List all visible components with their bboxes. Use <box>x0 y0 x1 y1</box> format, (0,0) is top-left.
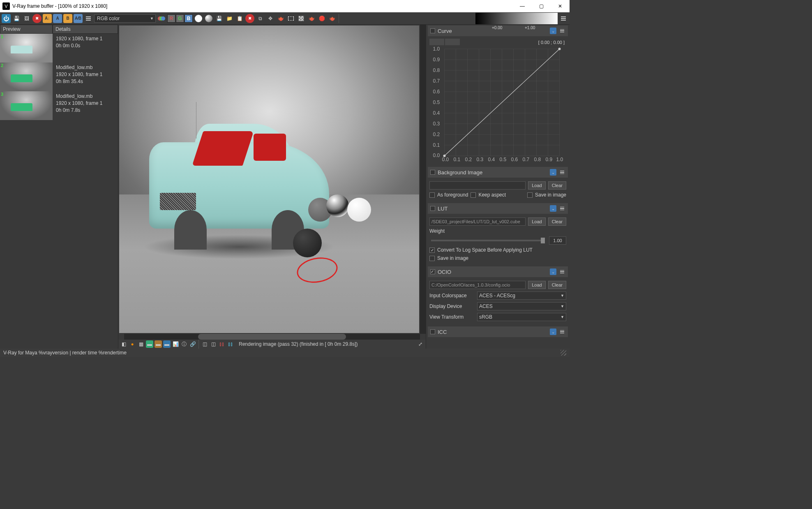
region-icon[interactable] <box>286 14 295 23</box>
bg-load-button[interactable]: Load <box>528 181 545 190</box>
swatch2-icon[interactable]: ▬ <box>155 340 162 348</box>
panel-menu-icon[interactable] <box>559 28 565 34</box>
lut-header[interactable]: LUT ⌄ <box>428 203 568 214</box>
green-channel-button[interactable]: G <box>176 14 184 23</box>
maximize-button[interactable]: ▢ <box>532 0 551 12</box>
clipboard-icon[interactable]: 📋 <box>235 14 244 23</box>
panel-menu-icon[interactable] <box>559 269 565 275</box>
move-icon[interactable]: ✥ <box>266 14 275 23</box>
chevron-down-icon[interactable]: ⌄ <box>550 205 556 212</box>
delete-icon[interactable]: ✖ <box>245 14 254 23</box>
viewport-vscroll[interactable] <box>420 25 426 334</box>
pick-icon[interactable]: ● <box>129 340 136 348</box>
lut-load-button[interactable]: Load <box>528 217 545 226</box>
histogram-display[interactable]: +0.00 +1.00 <box>475 13 558 24</box>
teapot-link-icon[interactable]: 🫖 <box>276 14 285 23</box>
lut-weight-value[interactable]: 1.00 <box>549 236 566 245</box>
blue-channel-button[interactable]: B <box>185 14 193 23</box>
ab-compare-button[interactable]: A⁄B <box>74 14 83 23</box>
a-store-button[interactable]: A↓ <box>43 14 52 23</box>
close-button[interactable]: ✕ <box>551 0 570 12</box>
swatch1-icon[interactable]: ▬ <box>146 340 153 348</box>
level-icon[interactable]: ◧ <box>120 340 127 348</box>
lut-weight-slider[interactable] <box>431 240 545 241</box>
link-icon[interactable]: 🔗 <box>189 340 196 348</box>
panel-menu-icon[interactable] <box>559 169 565 176</box>
region2-icon[interactable]: ◫ <box>210 340 217 348</box>
chevron-down-icon[interactable]: ⌄ <box>550 169 556 176</box>
teapot-icon[interactable]: 🫖 <box>328 14 337 23</box>
ocio-clear-button[interactable]: Clear <box>548 281 566 289</box>
lut-convert-checkbox[interactable] <box>429 248 435 253</box>
curve-editor[interactable]: 1.00.90.80.70.60.50.40.30.20.10.0 0.00.1… <box>430 47 565 162</box>
red-channel-button[interactable]: R <box>167 14 175 23</box>
ocio-input-colorspace-select[interactable]: ACES - ACEScg▼ <box>477 292 566 300</box>
lut-clear-button[interactable]: Clear <box>548 217 566 226</box>
open-folder-icon[interactable]: 📁 <box>225 14 234 23</box>
curve-enable-checkbox[interactable] <box>430 28 435 33</box>
mono-grey-icon[interactable] <box>204 14 213 23</box>
titlebar[interactable]: V V-Ray frame buffer - [100% of 1920 x 1… <box>0 0 570 12</box>
bg-keep-checkbox[interactable] <box>471 192 476 198</box>
curve-tab-2[interactable] <box>445 39 460 45</box>
power-button[interactable]: ⏻ <box>2 14 11 23</box>
icc-header[interactable]: ICC ⌄ <box>428 326 568 337</box>
clear-icon[interactable]: ✖ <box>32 14 42 23</box>
grid-icon[interactable]: ▦ <box>137 340 145 348</box>
preview-header[interactable]: Preview <box>0 25 53 34</box>
bg-asfg-checkbox[interactable] <box>429 192 435 198</box>
region1-icon[interactable]: ◫ <box>201 340 208 348</box>
checker-icon[interactable] <box>297 14 306 23</box>
history-item-1[interactable]: 1 1920 x 1080, frame 10h 0m 0.0s <box>0 34 118 62</box>
ocio-view-transform-select[interactable]: sRGB▼ <box>477 313 566 321</box>
venn-icon[interactable] <box>157 14 166 23</box>
history-item-3[interactable]: 3 Modified_low.mb1920 x 1080, frame 10h … <box>0 91 118 120</box>
channel-select[interactable]: RGB color▼ <box>94 14 156 23</box>
right-menu-icon[interactable] <box>559 14 568 23</box>
bg-save-checkbox[interactable] <box>527 192 533 198</box>
lut-enable-checkbox[interactable] <box>430 206 435 211</box>
bg-path-input[interactable] <box>429 181 526 190</box>
expand-icon[interactable]: ⤢ <box>417 340 424 348</box>
ocio-header[interactable]: OCIO ⌄ <box>428 266 568 277</box>
swatch3-icon[interactable]: ▬ <box>163 340 171 348</box>
a-button[interactable]: A <box>53 14 62 23</box>
lut-path-input[interactable]: /SDE03_projectFiles/LUT/1D_lut_v002.cube <box>429 217 526 226</box>
bg-header[interactable]: Background Image ⌄ <box>428 167 568 178</box>
mono-white-icon[interactable] <box>194 14 203 23</box>
chevron-down-icon[interactable]: ⌄ <box>550 329 556 335</box>
panel-menu-icon[interactable] <box>559 329 565 335</box>
hamburger-icon[interactable] <box>84 14 93 23</box>
histogram-icon[interactable]: 📊 <box>172 340 179 348</box>
teapot-add-icon[interactable]: 🫖 <box>307 14 316 23</box>
panel-menu-icon[interactable] <box>559 206 565 212</box>
ocio-enable-checkbox[interactable] <box>430 269 435 274</box>
viewport-hscroll[interactable] <box>124 334 420 340</box>
resize-grip-icon[interactable] <box>561 350 566 356</box>
ocio-load-button[interactable]: Load <box>528 281 545 289</box>
lut-save-checkbox[interactable] <box>429 256 435 261</box>
info-icon[interactable]: ⓘ <box>180 340 188 348</box>
svg-text:0.6: 0.6 <box>511 157 518 162</box>
render-viewport[interactable] <box>119 25 419 333</box>
details-header[interactable]: Details <box>53 25 118 34</box>
icc-enable-checkbox[interactable] <box>430 329 435 334</box>
bg-clear-button[interactable]: Clear <box>548 181 566 190</box>
curve-tab-1[interactable] <box>429 39 444 45</box>
compare-h-icon[interactable]: ⫿⫿ <box>218 340 226 348</box>
chevron-down-icon[interactable]: ⌄ <box>550 28 556 34</box>
icc-title: ICC <box>438 329 547 335</box>
save-icon[interactable]: 💾 <box>12 14 21 23</box>
compare-v-icon[interactable]: ⫿⫿ <box>227 340 234 348</box>
history-item-2[interactable]: 2 Modified_low.mb1920 x 1080, frame 10h … <box>0 62 118 91</box>
chevron-down-icon[interactable]: ⌄ <box>550 268 556 275</box>
stop-icon[interactable]: 🛑 <box>317 14 326 23</box>
b-button[interactable]: B <box>63 14 72 23</box>
ocio-display-device-select[interactable]: ACES▼ <box>477 302 566 310</box>
minimize-button[interactable]: — <box>513 0 532 12</box>
save-all-icon[interactable]: 🖼 <box>22 14 31 23</box>
duplicate-icon[interactable]: ⧉ <box>256 14 265 23</box>
bg-enable-checkbox[interactable] <box>430 170 435 175</box>
ocio-path-input[interactable]: C:/OpenColorIO/aces_1.0.3/config.ocio <box>429 281 526 289</box>
save-img-icon[interactable]: 💾 <box>215 14 224 23</box>
